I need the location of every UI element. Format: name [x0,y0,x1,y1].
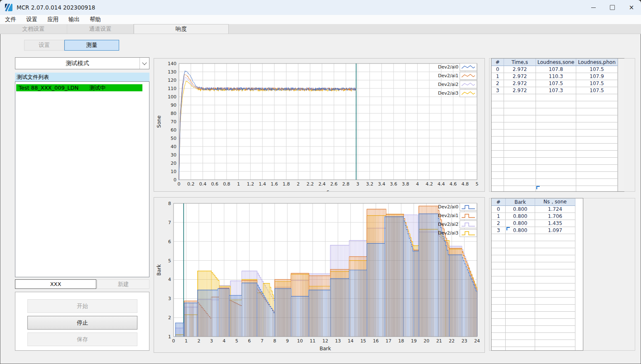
table-row[interactable] [492,108,624,115]
save-button[interactable]: 保存 [27,332,137,346]
table-cell[interactable]: 0 [492,66,504,73]
table-row[interactable] [492,305,583,312]
table-row[interactable] [492,312,583,319]
table-cell[interactable] [536,186,576,192]
table-cell[interactable] [576,122,618,129]
table-cell[interactable] [576,151,618,158]
table-row[interactable] [492,144,624,151]
table-cell[interactable] [506,241,535,248]
table-cell[interactable] [506,248,535,255]
table-cell[interactable]: 0.800 [506,213,535,220]
table-cell[interactable] [506,291,535,298]
table-row[interactable]: 00.8001.724 [492,206,583,213]
table-cell[interactable] [535,326,575,333]
table-cell[interactable] [492,108,504,115]
table-cell[interactable]: 1 [492,213,506,220]
table-cell[interactable] [504,179,536,186]
table-row[interactable] [492,158,624,165]
table-row[interactable] [492,165,624,172]
bark-table[interactable]: #BarkNs，sone00.8001.72410.8001.70620.800… [491,198,583,351]
table-row[interactable]: 10.8001.706 [492,213,583,220]
measure-mode-button[interactable]: 测量 [64,40,119,51]
table-cell[interactable]: 1.435 [535,220,575,227]
table-row[interactable]: 22.972107.5107.5 [492,80,624,87]
table-row[interactable] [492,298,583,305]
table-cell[interactable]: 3 [492,227,506,234]
table-cell[interactable]: 107.3 [536,87,576,94]
table-row[interactable] [492,234,583,241]
table-cell[interactable] [576,129,618,137]
test-file-list[interactable]: Test 88_XXX_009_LDN 测试中 [15,81,149,277]
new-button[interactable]: 新建 [97,279,149,289]
column-header[interactable]: Ns，sone [535,198,575,206]
table-row[interactable] [492,291,583,298]
file-name-input[interactable] [15,279,96,289]
table-row[interactable] [492,276,583,283]
table-cell[interactable] [492,179,504,186]
menu-item-1[interactable]: 设置 [21,16,42,23]
table-cell[interactable] [492,94,504,101]
table-cell[interactable] [535,298,575,305]
table-cell[interactable] [535,248,575,255]
table-cell[interactable]: 107.9 [576,73,618,80]
table-row[interactable]: 30.8001.097 [492,227,583,234]
table-cell[interactable] [492,333,506,340]
table-cell[interactable] [535,262,575,269]
table-cell[interactable] [492,248,506,255]
table-cell[interactable] [576,158,618,165]
table-cell[interactable] [504,94,536,101]
loudness-time-chart[interactable]: 00.20.40.60.811.21.41.61.822.22.42.62.83… [154,58,485,192]
list-item-active-test[interactable]: Test 88_XXX_009_LDN 测试中 [16,84,142,91]
table-cell[interactable] [492,319,506,326]
table-cell[interactable] [506,333,535,340]
table-cell[interactable] [504,144,536,151]
table-cell[interactable] [576,172,618,179]
bark-spectrum-plot[interactable]: 0123456789101112131415161718192021222324… [154,198,484,352]
table-cell[interactable] [506,269,535,276]
table-cell[interactable]: 107.5 [576,80,618,87]
table-cell[interactable] [506,298,535,305]
table-cell[interactable] [504,172,536,179]
table-cell[interactable] [535,234,575,241]
table-cell[interactable]: 0.800 [506,220,535,227]
table-cell[interactable] [535,283,575,291]
table-cell[interactable] [492,276,506,283]
table-cell[interactable] [536,94,576,101]
table-cell[interactable] [576,179,618,186]
menu-item-0[interactable]: 文件 [0,16,21,23]
table-cell[interactable] [492,129,504,137]
table-cell[interactable] [536,144,576,151]
table-row[interactable]: 20.8001.435 [492,220,583,227]
table-cell[interactable] [492,312,506,319]
table-cell[interactable] [576,144,618,151]
table-cell[interactable] [506,234,535,241]
table-row[interactable] [492,340,583,347]
loudness-table-scrollbar[interactable] [618,59,624,191]
table-row[interactable]: 12.972110.3107.9 [492,73,624,80]
table-row[interactable] [492,137,624,144]
dropdown-button[interactable] [139,58,149,69]
table-cell[interactable]: 1 [492,73,504,80]
table-row[interactable] [492,101,624,108]
table-cell[interactable]: 107.5 [536,80,576,87]
table-cell[interactable] [504,115,536,122]
table-cell[interactable] [504,186,536,192]
table-cell[interactable] [492,151,504,158]
start-button[interactable]: 开始 [27,299,137,313]
table-row[interactable] [492,122,624,129]
table-row[interactable] [492,172,624,179]
table-row[interactable]: 02.972107.8107.5 [492,66,624,73]
table-cell[interactable] [492,172,504,179]
table-cell[interactable]: 107.5 [576,66,618,73]
minimize-button[interactable] [584,0,603,15]
table-cell[interactable]: 110.3 [536,73,576,80]
table-row[interactable] [492,241,583,248]
maximize-button[interactable] [603,0,622,15]
settings-mode-button[interactable]: 设置 [24,40,64,51]
table-cell[interactable] [535,291,575,298]
table-cell[interactable] [536,129,576,137]
table-cell[interactable] [504,129,536,137]
table-cell[interactable]: 0.800 [506,206,535,213]
table-cell[interactable]: 0 [492,206,506,213]
table-cell[interactable] [492,234,506,241]
